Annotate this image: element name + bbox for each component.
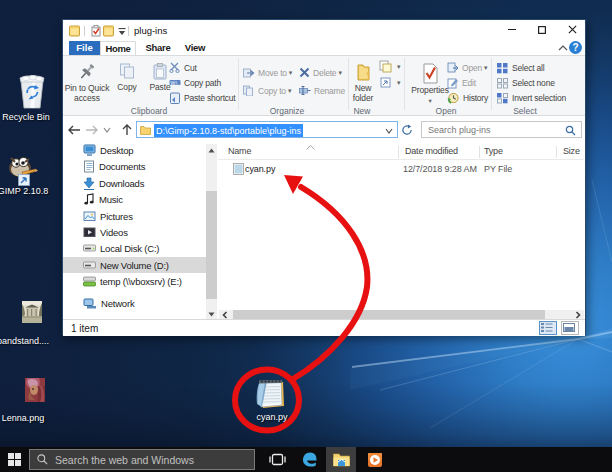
svg-text:W:\: W:\ (171, 80, 179, 86)
